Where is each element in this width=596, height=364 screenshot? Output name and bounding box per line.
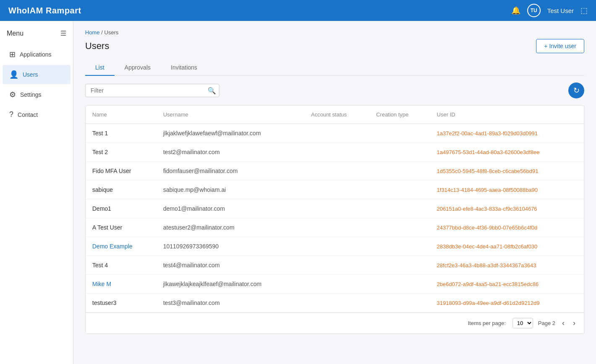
hamburger-icon[interactable]: ☰ (60, 29, 66, 37)
users-icon: 👤 (9, 70, 18, 79)
cell-name: Demo1 (86, 199, 156, 218)
table-row[interactable]: Demo Example 10110926973369590 2838db3e-… (86, 237, 584, 256)
table-row[interactable]: Fido MFA User fidomfauser@mailinator.com… (86, 162, 584, 181)
filter-bar: 🔍 ↻ (85, 83, 584, 98)
cell-account-status (305, 124, 370, 143)
top-header: WhoIAM Rampart 🔔 TU Test User ⬚ (0, 0, 596, 21)
cell-account-status (305, 256, 370, 275)
table-row[interactable]: testuser3 test3@mailinator.com 31918093-… (86, 294, 584, 312)
cell-creation-type (370, 275, 430, 294)
app-logo: WhoIAM Rampart (8, 6, 81, 15)
table-row[interactable]: Test 2 test2@mailinator.com 1a497675-53d… (86, 143, 584, 162)
cell-creation-type (370, 143, 430, 162)
cell-name: Demo Example (86, 237, 156, 256)
pagination: Items per page: 10 25 50 Page 2 ‹ › (86, 312, 584, 333)
cell-user-id: 31918093-d99a-49ee-a9df-d61d2d9212d9 (430, 294, 584, 312)
help-icon: ? (9, 110, 13, 119)
cell-user-id: 2be6d072-a9df-4aa5-ba21-ecc3815edc86 (430, 275, 584, 294)
col-username: Username (156, 106, 305, 124)
page-size-select[interactable]: 10 25 50 (513, 318, 533, 328)
col-user-id: User ID (430, 106, 584, 124)
users-table: Name Username Account status Creation ty… (86, 106, 584, 312)
cell-account-status (305, 143, 370, 162)
sidebar-item-applications[interactable]: ⊞ Applications (3, 45, 70, 64)
cell-username: test3@mailinator.com (156, 294, 305, 312)
tab-list[interactable]: List (85, 60, 115, 76)
sidebar-item-settings[interactable]: ⚙ Settings (3, 85, 70, 104)
col-name: Name (86, 106, 156, 124)
breadcrumb-current: Users (104, 29, 119, 36)
table-row[interactable]: Test 1 jlkjaklwefjklawefaewf@mailinator.… (86, 124, 584, 143)
settings-icon: ⚙ (9, 90, 16, 99)
page-header: Users + Invite user (85, 39, 584, 53)
cell-name: sabique (86, 181, 156, 199)
cell-username: atestuser2@mailinator.com (156, 218, 305, 237)
col-creation-type: Creation type (370, 106, 430, 124)
tabs-container: List Approvals Invitations (85, 60, 584, 76)
cell-username: test4@mailinator.com (156, 256, 305, 275)
filter-input[interactable] (85, 84, 219, 97)
breadcrumb-separator: / (101, 29, 103, 36)
users-table-container: Name Username Account status Creation ty… (85, 105, 584, 334)
cell-creation-type (370, 294, 430, 312)
header-right: 🔔 TU Test User ⬚ (511, 4, 588, 17)
sidebar-item-label: Contact (18, 111, 38, 118)
username-display: Test User (547, 7, 574, 14)
cell-account-status (305, 237, 370, 256)
cell-username: fidomfauser@mailinator.com (156, 162, 305, 181)
cell-account-status (305, 162, 370, 181)
cell-user-id: 2838db3e-04ec-4de4-aa71-08fb2c6af030 (430, 237, 584, 256)
table-row[interactable]: sabique sabique.mp@whoiam.ai 1f314c13-41… (86, 181, 584, 199)
col-account-status: Account status (305, 106, 370, 124)
cell-creation-type (370, 218, 430, 237)
cell-username: test2@mailinator.com (156, 143, 305, 162)
cell-user-id: 1f314c13-4184-4695-aaea-08f50088ba90 (430, 181, 584, 199)
table-row[interactable]: A Test User atestuser2@mailinator.com 24… (86, 218, 584, 237)
prev-page-button[interactable]: ‹ (560, 318, 566, 328)
sidebar-item-contact[interactable]: ? Contact (3, 105, 70, 124)
tab-approvals[interactable]: Approvals (115, 60, 161, 76)
breadcrumb-home[interactable]: Home (85, 29, 100, 36)
cell-creation-type (370, 162, 430, 181)
search-icon[interactable]: 🔍 (208, 87, 216, 95)
cell-name: Mike M (86, 275, 156, 294)
cell-user-id: 24377bbd-d8ce-4f36-9bb0-07e65b6c4f0d (430, 218, 584, 237)
cell-creation-type (370, 256, 430, 275)
cell-account-status (305, 218, 370, 237)
grid-icon: ⊞ (9, 50, 16, 59)
invite-user-button[interactable]: + Invite user (536, 39, 584, 53)
table-row[interactable]: Test 4 test4@mailinator.com 28fcf2e3-46a… (86, 256, 584, 275)
next-page-button[interactable]: › (571, 318, 577, 328)
sidebar-item-label: Users (23, 71, 38, 78)
table-row[interactable]: Demo1 demo1@mailinator.com 206151a0-efe8… (86, 199, 584, 218)
notifications-icon[interactable]: 🔔 (511, 6, 521, 15)
cell-creation-type (370, 124, 430, 143)
table-row[interactable]: Mike M jlkawejklajkeajklfeaef@mailinator… (86, 275, 584, 294)
tab-invitations[interactable]: Invitations (161, 60, 207, 76)
breadcrumb: Home / Users (85, 29, 584, 36)
logout-icon[interactable]: ⬚ (580, 6, 588, 15)
cell-user-id: 1a37e2f2-00ac-4ad1-89a3-f029d03d0991 (430, 124, 584, 143)
page-info: Page 2 (538, 320, 555, 326)
cell-account-status (305, 275, 370, 294)
cell-account-status (305, 294, 370, 312)
main-content: Home / Users Users + Invite user List Ap… (73, 21, 596, 364)
sidebar: Menu ☰ ⊞ Applications 👤 Users ⚙ Settings… (0, 21, 73, 364)
refresh-button[interactable]: ↻ (568, 83, 584, 98)
layout: Menu ☰ ⊞ Applications 👤 Users ⚙ Settings… (0, 21, 596, 364)
cell-name: Test 2 (86, 143, 156, 162)
cell-name: A Test User (86, 218, 156, 237)
cell-username: demo1@mailinator.com (156, 199, 305, 218)
sidebar-item-users[interactable]: 👤 Users (3, 65, 70, 84)
cell-user-id: 28fcf2e3-46a3-4b88-a3df-3344367a3643 (430, 256, 584, 275)
cell-name: testuser3 (86, 294, 156, 312)
cell-username: jlkawejklajkeajklfeaef@mailinator.com (156, 275, 305, 294)
cell-creation-type (370, 199, 430, 218)
sidebar-item-label: Applications (20, 51, 52, 58)
cell-account-status (305, 199, 370, 218)
cell-user-id: 1a497675-53d1-44ad-80a3-62600e3df8ee (430, 143, 584, 162)
cell-username: jlkjaklwefjklawefaewf@mailinator.com (156, 124, 305, 143)
cell-creation-type (370, 181, 430, 199)
menu-header: Menu ☰ (0, 25, 73, 44)
items-per-page-label: Items per page: (468, 320, 505, 326)
